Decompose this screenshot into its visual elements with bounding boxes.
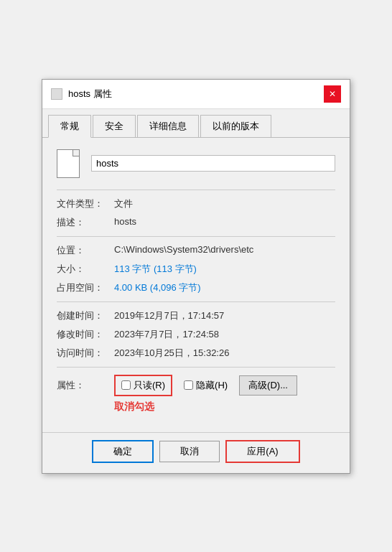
divider-1 [57,190,335,190]
apply-button[interactable]: 应用(A) [225,440,299,463]
readonly-label: 只读(R) [134,379,165,392]
file-icon [57,149,80,178]
hidden-checkbox-item: 隐藏(H) [184,379,228,392]
title-bar: hosts 属性 ✕ [42,80,350,109]
description-value: hosts [114,216,136,227]
dialog-title: hosts 属性 [68,88,112,100]
cancel-button[interactable]: 取消 [159,441,220,462]
diskspace-row: 占用空间： 4.00 KB (4,096 字节) [57,281,335,294]
properties-dialog: hosts 属性 ✕ 常规 安全 详细信息 以前的版本 文件类型： 文件 描述：… [42,79,350,474]
file-title-icon [51,88,62,100]
advanced-button[interactable]: 高级(D)... [239,375,297,396]
filetype-row: 文件类型： 文件 [57,197,335,210]
size-label: 大小： [57,263,114,276]
filetype-label: 文件类型： [57,197,114,210]
readonly-checkbox[interactable] [121,380,131,390]
tabs-bar: 常规 安全 详细信息 以前的版本 [42,109,350,138]
description-label: 描述： [57,216,114,229]
tab-security[interactable]: 安全 [93,115,136,137]
divider-2 [57,236,335,237]
filetype-value: 文件 [114,197,133,210]
file-name-input[interactable] [91,155,335,172]
diskspace-label: 占用空间： [57,281,114,294]
file-header [57,149,335,178]
divider-4 [57,367,335,368]
modified-value: 2023年7月7日，17:24:58 [114,328,219,341]
description-row: 描述： hosts [57,216,335,229]
hidden-checkbox[interactable] [184,380,193,390]
created-row: 创建时间： 2019年12月7日，17:14:57 [57,309,335,322]
attributes-row: 属性： 只读(R) 隐藏(H) 高级(D)... [57,375,335,396]
created-value: 2019年12月7日，17:14:57 [114,309,224,322]
cancel-note: 取消勾选 [114,401,335,413]
size-row: 大小： 113 字节 (113 字节) [57,263,335,276]
location-value: C:\Windows\System32\drivers\etc [114,244,253,255]
accessed-label: 访问时间： [57,347,114,360]
close-button[interactable]: ✕ [324,85,341,103]
tab-content: 文件类型： 文件 描述： hosts 位置： C:\Windows\System… [42,138,350,425]
diskspace-value: 4.00 KB (4,096 字节) [114,281,201,294]
size-value: 113 字节 (113 字节) [114,263,197,276]
hidden-label: 隐藏(H) [196,379,228,392]
accessed-row: 访问时间： 2023年10月25日，15:32:26 [57,347,335,360]
tab-details[interactable]: 详细信息 [137,115,199,137]
tab-previous-versions[interactable]: 以前的版本 [200,115,271,137]
attributes-content: 只读(R) 隐藏(H) 高级(D)... [114,375,297,396]
location-label: 位置： [57,244,114,257]
modified-row: 修改时间： 2023年7月7日，17:24:58 [57,328,335,341]
attributes-label: 属性： [57,379,114,392]
tab-general[interactable]: 常规 [48,115,91,138]
location-row: 位置： C:\Windows\System32\drivers\etc [57,244,335,257]
created-label: 创建时间： [57,309,114,322]
title-bar-left: hosts 属性 [51,88,112,100]
footer: 确定 取消 应用(A) [42,432,350,473]
ok-button[interactable]: 确定 [92,440,154,463]
readonly-box: 只读(R) [114,375,172,396]
accessed-value: 2023年10月25日，15:32:26 [114,347,229,360]
divider-3 [57,301,335,302]
modified-label: 修改时间： [57,328,114,341]
